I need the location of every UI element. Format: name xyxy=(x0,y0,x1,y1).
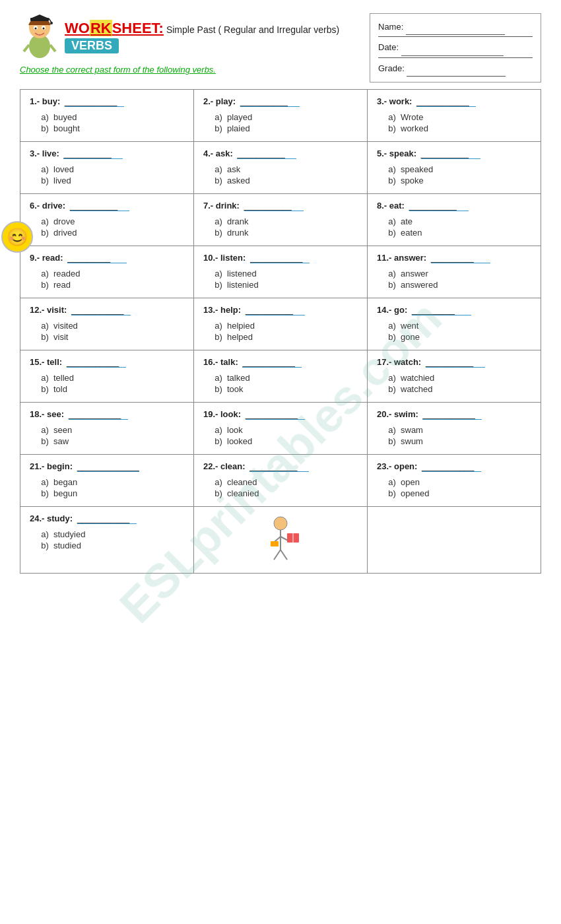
verb-label: 15.- tell: ___________ xyxy=(30,357,184,368)
smiley-mascot: 😊 xyxy=(1,221,33,253)
verb-label: 2.- play: __________ xyxy=(203,96,358,107)
options-list: a) went b) gone xyxy=(383,321,531,342)
option: b) answered xyxy=(383,280,531,290)
option: b) listenied xyxy=(210,280,358,290)
svg-point-12 xyxy=(274,517,287,530)
option: b) bought xyxy=(36,123,184,133)
option: b) begun xyxy=(36,488,184,498)
options-list: a) ate b) eaten xyxy=(383,216,531,238)
verb-label: 9.- read: _________ xyxy=(30,253,184,263)
option: a) began xyxy=(36,477,184,487)
exercise-cell: 21.- begin: _____________ a) began b) be… xyxy=(20,455,194,507)
verb-label: 22.- clean: __________ xyxy=(203,461,358,472)
verb-label: 20.- swim: ___________ xyxy=(377,409,531,420)
exercise-cell: 12.- visit: ___________ a) visited b) vi… xyxy=(20,298,194,350)
options-list: a) listened b) listenied xyxy=(210,269,358,290)
exercise-cell xyxy=(368,507,541,574)
option: a) open xyxy=(383,477,531,487)
option: a) drove xyxy=(36,216,184,226)
options-list: a) cleaned b) cleanied xyxy=(210,477,358,498)
header: WORKSHEET: Simple Past ( Regular and Irr… xyxy=(20,13,541,82)
option: b) spoke xyxy=(383,176,531,185)
verb-label: 21.- begin: _____________ xyxy=(30,461,184,472)
exercise-cell: 18.- see: ___________ a) seen b) saw xyxy=(20,403,194,455)
option: a) listened xyxy=(210,269,358,279)
option: b) watched xyxy=(383,384,531,394)
option: b) drived xyxy=(36,228,184,238)
option: a) readed xyxy=(36,269,184,279)
option: a) buyed xyxy=(36,112,184,122)
option: a) ask xyxy=(210,164,358,174)
mascot-icon xyxy=(20,13,59,59)
option: b) read xyxy=(36,280,184,290)
options-list: a) telled b) told xyxy=(36,373,184,394)
option: b) studied xyxy=(36,541,184,550)
verb-label: 23.- open: ___________ xyxy=(377,461,531,472)
verb-label: 3.- work: ___________ xyxy=(377,96,531,107)
exercise-cell: 19.- look: ___________ a) look b) looked xyxy=(194,403,368,455)
option: b) gone xyxy=(383,332,531,342)
exercise-cell: 20.- swim: ___________ a) swam b) swum xyxy=(368,403,541,455)
options-list: a) studyied b) studied xyxy=(36,529,184,550)
verb-label: 13.- help: __________ xyxy=(203,305,358,315)
option: a) look xyxy=(210,425,358,435)
option: a) watchied xyxy=(383,373,531,383)
option: b) saw xyxy=(36,436,184,446)
option: b) looked xyxy=(210,436,358,446)
exercise-cell: 6.- drive: __________ a) drove b) drived xyxy=(20,194,194,246)
svg-rect-20 xyxy=(271,541,279,546)
option: b) asked xyxy=(210,176,358,185)
verb-label: 7.- drink: __________ xyxy=(203,201,358,211)
option: b) cleanied xyxy=(210,488,358,498)
option: a) helpied xyxy=(210,321,358,331)
svg-line-16 xyxy=(274,550,280,560)
svg-line-11 xyxy=(50,45,55,51)
exercise-cell: 8.- eat: __________ a) ate b) eaten xyxy=(368,194,541,246)
header-left: WORKSHEET: Simple Past ( Regular and Irr… xyxy=(20,13,339,75)
options-list: a) visited b) visit xyxy=(36,321,184,342)
exercise-cell: 10.- listen: ___________ a) listened b) … xyxy=(194,246,368,298)
exercise-cell: 5.- speak: __________ a) speaked b) spok… xyxy=(368,142,541,194)
verb-label: 11.- answer: _________ xyxy=(377,253,531,263)
options-list: a) buyed b) bought xyxy=(36,112,184,133)
verb-label: 24.- study: ___________ xyxy=(30,513,184,524)
verb-label: 14.- go: _________ xyxy=(377,305,531,315)
subtitle: Simple Past ( Regular and Irregular verb… xyxy=(166,24,339,35)
options-list: a) open b) opened xyxy=(383,477,531,498)
verb-label: 19.- look: ___________ xyxy=(203,409,358,420)
exercise-cell: 4.- ask: __________ a) ask b) asked xyxy=(194,142,368,194)
options-list: a) helpied b) helped xyxy=(210,321,358,342)
option: a) telled xyxy=(36,373,184,383)
exercise-cell: 13.- help: __________ a) helpied b) help… xyxy=(194,298,368,350)
option: b) worked xyxy=(383,123,531,133)
verb-label: 16.- talk: ___________ xyxy=(203,357,358,368)
options-list: a) drank b) drunk xyxy=(210,216,358,238)
worksheet-label: WORKSHEET: xyxy=(65,20,164,37)
option: a) visited xyxy=(36,321,184,331)
grade-field: Grade: xyxy=(378,61,533,77)
svg-point-5 xyxy=(50,22,53,24)
svg-point-8 xyxy=(35,28,37,30)
svg-line-10 xyxy=(24,45,29,51)
options-list: a) talked b) took xyxy=(210,373,358,394)
option: a) Wrote xyxy=(383,112,531,122)
exercise-cell: 7.- drink: __________ a) drank b) drunk xyxy=(194,194,368,246)
exercise-cell: 16.- talk: ___________ a) talked b) took xyxy=(194,350,368,403)
verb-label: 5.- speak: __________ xyxy=(377,148,531,159)
option: a) went xyxy=(383,321,531,331)
option: a) cleaned xyxy=(210,477,358,487)
option: b) visit xyxy=(36,332,184,342)
svg-line-17 xyxy=(280,550,287,560)
options-list: a) watchied b) watched xyxy=(383,373,531,394)
verb-label: 17.- watch: __________ xyxy=(377,357,531,368)
option: a) played xyxy=(210,112,358,122)
name-field: Name: xyxy=(378,19,533,37)
date-field: Date: xyxy=(378,40,533,57)
options-list: a) speaked b) spoke xyxy=(383,164,531,185)
option: a) swam xyxy=(383,425,531,435)
option: a) studyied xyxy=(36,529,184,539)
instruction: Choose the correct past form of the foll… xyxy=(20,65,216,75)
exercise-cell: 3.- work: ___________ a) Wrote b) worked xyxy=(368,90,541,142)
options-list: a) readed b) read xyxy=(36,269,184,290)
exercise-cell: 17.- watch: __________ a) watchied b) wa… xyxy=(368,350,541,403)
